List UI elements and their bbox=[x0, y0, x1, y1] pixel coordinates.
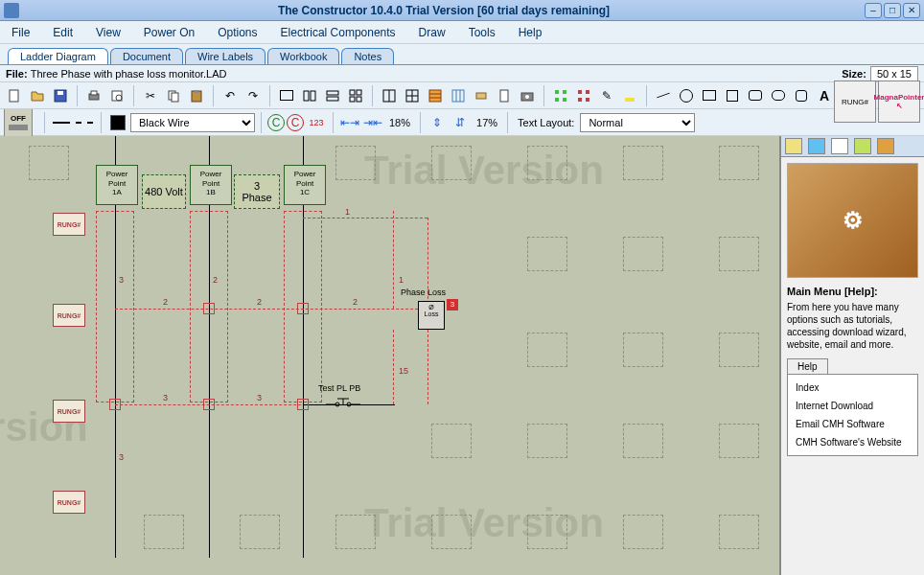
menu-draw[interactable]: Draw bbox=[415, 24, 450, 41]
component-icon[interactable] bbox=[471, 85, 492, 106]
wire-color-swatch[interactable] bbox=[107, 112, 128, 133]
sp-tab-doc-icon[interactable] bbox=[831, 138, 848, 154]
empty-cell[interactable] bbox=[431, 424, 472, 458]
empty-cell[interactable] bbox=[719, 515, 759, 549]
magnapointer-button[interactable]: MagnaPointer↖ bbox=[878, 80, 920, 123]
menu-electrical-components[interactable]: Electrical Components bbox=[277, 24, 400, 41]
empty-cell[interactable] bbox=[335, 146, 376, 180]
sp-tab-list-icon[interactable] bbox=[785, 138, 802, 154]
menu-view[interactable]: View bbox=[92, 24, 125, 41]
node[interactable] bbox=[297, 303, 309, 314]
pushbutton-symbol[interactable] bbox=[326, 397, 360, 412]
empty-cell[interactable] bbox=[527, 515, 567, 549]
num-123-icon[interactable]: 123 bbox=[306, 112, 327, 133]
empty-cell[interactable] bbox=[431, 146, 472, 180]
vexpand-icon[interactable]: ⇕ bbox=[427, 112, 448, 133]
help-item-email[interactable]: Email CMH Software bbox=[788, 415, 917, 433]
draw-rect-icon[interactable] bbox=[699, 85, 720, 106]
doc-icon[interactable] bbox=[494, 85, 515, 106]
tab-wire-labels[interactable]: Wire Labels bbox=[185, 48, 266, 64]
node[interactable] bbox=[297, 399, 309, 410]
empty-cell[interactable] bbox=[623, 146, 663, 180]
draw-roundsq-icon[interactable] bbox=[791, 85, 812, 106]
help-tab[interactable]: Help bbox=[787, 358, 828, 374]
deselect-nodes-icon[interactable] bbox=[573, 85, 594, 106]
rung-marker[interactable]: RUNG# bbox=[53, 400, 85, 423]
layout-3-icon[interactable] bbox=[322, 85, 343, 106]
print-preview-icon[interactable] bbox=[106, 85, 127, 106]
empty-cell[interactable] bbox=[623, 237, 663, 271]
copy-icon[interactable] bbox=[163, 85, 184, 106]
empty-cell[interactable] bbox=[623, 333, 663, 367]
sp-tab-book-icon[interactable] bbox=[877, 138, 894, 154]
empty-cell[interactable] bbox=[527, 424, 567, 458]
rung-marker[interactable]: RUNG# bbox=[53, 304, 85, 327]
menu-file[interactable]: File bbox=[8, 24, 34, 41]
empty-cell[interactable] bbox=[623, 424, 663, 458]
table-icon[interactable] bbox=[425, 85, 446, 106]
grid-2-icon[interactable] bbox=[402, 85, 423, 106]
grid-1-icon[interactable] bbox=[379, 85, 400, 106]
minimize-button[interactable]: – bbox=[865, 3, 882, 18]
help-item-index[interactable]: Index bbox=[788, 379, 917, 397]
tab-notes[interactable]: Notes bbox=[341, 48, 394, 64]
line-solid-icon[interactable] bbox=[51, 112, 72, 133]
maximize-button[interactable]: □ bbox=[884, 3, 901, 18]
sp-tab-info-icon[interactable] bbox=[808, 138, 825, 154]
empty-cell[interactable] bbox=[719, 424, 759, 458]
empty-cell[interactable] bbox=[335, 515, 376, 549]
draw-roundrect2-icon[interactable] bbox=[768, 85, 789, 106]
menu-help[interactable]: Help bbox=[515, 24, 546, 41]
close-button[interactable]: ✕ bbox=[903, 3, 920, 18]
empty-cell[interactable] bbox=[431, 515, 472, 549]
help-item-download[interactable]: Internet Download bbox=[788, 397, 917, 415]
empty-cell[interactable] bbox=[144, 515, 184, 549]
layout-2-icon[interactable] bbox=[299, 85, 320, 106]
empty-cell[interactable] bbox=[527, 146, 567, 180]
hexpand-left-icon[interactable]: ⇤⇥ bbox=[339, 112, 360, 133]
rung-badge-button[interactable]: RUNG# bbox=[834, 80, 876, 123]
rung-marker[interactable]: RUNG# bbox=[53, 213, 85, 236]
camera-icon[interactable] bbox=[517, 85, 538, 106]
hexpand-right-icon[interactable]: ⇥⇤ bbox=[362, 112, 383, 133]
open-icon[interactable] bbox=[27, 85, 48, 106]
undo-icon[interactable]: ↶ bbox=[219, 85, 241, 106]
text-layout-select[interactable]: Normal bbox=[580, 113, 695, 132]
vcollapse-icon[interactable]: ⇵ bbox=[450, 112, 471, 133]
draw-roundrect-icon[interactable] bbox=[745, 85, 766, 106]
tab-workbook[interactable]: Workbook bbox=[267, 48, 339, 64]
menu-tools[interactable]: Tools bbox=[465, 24, 499, 41]
wire-color-select[interactable]: Black Wire bbox=[130, 113, 255, 132]
empty-cell[interactable] bbox=[527, 333, 567, 367]
node[interactable] bbox=[203, 303, 215, 314]
draw-square-icon[interactable] bbox=[722, 85, 743, 106]
menu-options[interactable]: Options bbox=[214, 24, 261, 41]
tab-ladder-diagram[interactable]: Ladder Diagram bbox=[8, 48, 108, 64]
empty-cell[interactable] bbox=[719, 333, 759, 367]
empty-cell[interactable] bbox=[240, 515, 280, 549]
sp-tab-note-icon[interactable] bbox=[854, 138, 871, 154]
power-point-1b[interactable]: Power Point 1B bbox=[190, 165, 232, 205]
menu-power-on[interactable]: Power On bbox=[140, 24, 198, 41]
empty-cell[interactable] bbox=[719, 146, 759, 180]
copyright-red-icon[interactable]: C bbox=[287, 114, 304, 131]
redo-icon[interactable]: ↷ bbox=[243, 85, 264, 106]
empty-cell[interactable] bbox=[623, 515, 663, 549]
rung-marker[interactable]: RUNG# bbox=[53, 491, 85, 514]
cells-icon[interactable] bbox=[448, 85, 469, 106]
draw-circle-icon[interactable] bbox=[676, 85, 697, 106]
tab-document[interactable]: Document bbox=[110, 48, 183, 64]
node[interactable] bbox=[203, 399, 215, 410]
draw-line-icon[interactable] bbox=[653, 85, 674, 106]
pencil-icon[interactable]: ✎ bbox=[596, 85, 617, 106]
help-item-website[interactable]: CMH Software's Website bbox=[788, 433, 917, 451]
phase-loss-component[interactable]: Ø Loss bbox=[418, 301, 445, 330]
text-tool-icon[interactable]: A bbox=[814, 85, 835, 106]
empty-cell[interactable] bbox=[719, 237, 759, 271]
power-point-1a[interactable]: Power Point 1A bbox=[96, 165, 138, 205]
menu-edit[interactable]: Edit bbox=[49, 24, 77, 41]
node[interactable] bbox=[109, 399, 121, 410]
new-icon[interactable] bbox=[4, 85, 25, 106]
canvas-area[interactable]: Trial Version Version Trial Version RUNG… bbox=[0, 136, 780, 575]
empty-cell[interactable] bbox=[527, 237, 567, 271]
